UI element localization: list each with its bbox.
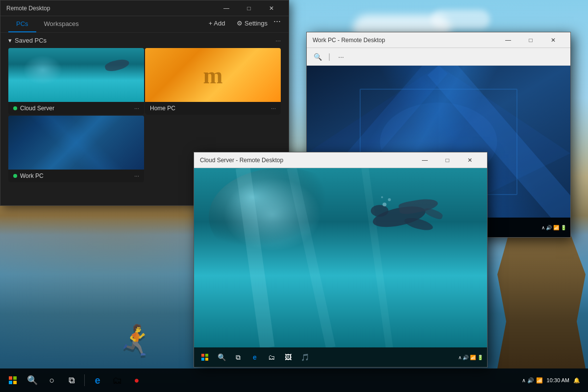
svg-point-13: [371, 205, 389, 217]
taskbar-clock: 10:30 AM: [547, 377, 569, 383]
cloud-taskbar-extra-icon[interactable]: 🎵: [298, 350, 312, 364]
main-tabs: PCs Workspaces + Add ⚙ Settings ···: [0, 16, 289, 33]
work-more-button[interactable]: ···: [334, 50, 348, 64]
work-maximize-button[interactable]: □: [519, 32, 542, 48]
cloud-taskbar-edge-icon[interactable]: e: [248, 350, 262, 364]
cloud-remote-desktop: [194, 168, 487, 347]
pc-label-cloud: Cloud Server ···: [8, 102, 144, 115]
host-rd-icon[interactable]: ●: [128, 371, 146, 389]
cloud-taskbar-windows-icon[interactable]: [198, 350, 212, 364]
settings-button[interactable]: ⚙ Settings: [231, 16, 273, 30]
cloud-taskbar-explorer-icon[interactable]: 🗂: [265, 350, 278, 364]
cloud-taskbar-search-icon[interactable]: 🔍: [215, 350, 228, 364]
work-pc-status-dot: [13, 174, 17, 178]
home-pc-more-button[interactable]: ···: [271, 105, 276, 112]
work-window-controls: — □ ✕: [497, 32, 564, 48]
cloud-close-button[interactable]: ✕: [459, 152, 481, 168]
swimmer-element: [389, 197, 448, 222]
pc-thumbnail-home: [145, 48, 281, 102]
host-tray-icons: ∧ 🔊 📶: [522, 377, 542, 384]
main-minimize-button[interactable]: —: [215, 0, 238, 16]
work-tray-icons: ∧ 🔊 📶 🔋: [541, 225, 566, 230]
svg-point-16: [381, 196, 383, 198]
tab-workspaces[interactable]: Workspaces: [36, 16, 87, 32]
sky-cloud-2: [431, 10, 490, 29]
host-taskbar: 🔍 ○ ⧉ e 🗂 ● ∧ 🔊 📶 10:30 AM 🔔: [0, 368, 588, 392]
pc-thumbnail-cloud: [8, 48, 144, 102]
home-pc-name: Home PC: [150, 105, 175, 112]
host-taskview-icon[interactable]: ⧉: [63, 371, 80, 389]
pc-card-home-pc[interactable]: Home PC ···: [145, 48, 281, 115]
cloud-server-name: Cloud Server: [20, 105, 54, 112]
cloud-taskbar-taskview-icon[interactable]: ⧉: [231, 350, 245, 364]
host-cortana-icon[interactable]: ○: [43, 371, 61, 389]
cloud-maximize-button[interactable]: □: [436, 152, 459, 168]
host-explorer-icon[interactable]: 🗂: [108, 371, 126, 389]
pc-label-work: Work PC ···: [8, 170, 144, 182]
cloud-tray-icons: ∧ 🔊 📶 🔋: [458, 355, 483, 360]
desktop: 🏃 Remote Desktop — □ ✕ PCs Workspaces + …: [0, 0, 588, 392]
cloud-server-more-button[interactable]: ···: [134, 105, 139, 112]
cloud-desktop-svg: [194, 168, 487, 347]
host-system-tray: ∧ 🔊 📶 10:30 AM 🔔: [522, 377, 584, 384]
host-search-icon[interactable]: 🔍: [24, 371, 41, 389]
work-zoom-button[interactable]: 🔍: [311, 50, 324, 64]
cloud-taskbar-photos-icon[interactable]: 🖼: [281, 350, 295, 364]
svg-point-14: [383, 202, 387, 206]
cloud-remote-taskbar: 🔍 ⧉ e 🗂 🖼 🎵 ∧ 🔊 📶 🔋: [194, 347, 487, 367]
main-maximize-button[interactable]: □: [238, 0, 260, 16]
main-window-title: Remote Desktop: [6, 5, 215, 12]
cloud-window-titlebar: Cloud Server - Remote Desktop — □ ✕: [194, 152, 487, 168]
work-window-toolbar: 🔍 | ···: [307, 48, 570, 66]
work-minimize-button[interactable]: —: [497, 32, 519, 48]
tab-pcs[interactable]: PCs: [8, 16, 36, 32]
host-edge-icon[interactable]: e: [89, 371, 106, 389]
saved-pcs-more-button[interactable]: ···: [275, 37, 281, 44]
work-close-button[interactable]: ✕: [542, 32, 564, 48]
cloud-taskbar-system-tray: ∧ 🔊 📶 🔋: [458, 355, 483, 360]
toolbar-more-button[interactable]: ···: [273, 16, 281, 32]
cloud-server-status-dot: [13, 106, 17, 110]
work-toolbar-separator: |: [328, 52, 330, 61]
cloud-rd-window: Cloud Server - Remote Desktop — □ ✕: [194, 152, 488, 368]
saved-pcs-chevron: ▾: [8, 37, 12, 44]
cloud-window-controls: — □ ✕: [414, 152, 481, 168]
main-window-controls: — □ ✕: [215, 0, 283, 16]
pc-label-home: Home PC ···: [145, 102, 281, 115]
host-notification-icon[interactable]: 🔔: [573, 377, 580, 384]
main-close-button[interactable]: ✕: [260, 0, 283, 16]
saved-pcs-section-header: ▾ Saved PCs ···: [0, 33, 289, 48]
cloud-window-title: Cloud Server - Remote Desktop: [200, 157, 414, 164]
work-pc-more-button[interactable]: ···: [134, 172, 139, 179]
pc-card-cloud-server[interactable]: Cloud Server ···: [8, 48, 144, 115]
work-pc-name: Work PC: [20, 172, 44, 179]
work-window-titlebar: Work PC - Remote Desktop — □ ✕: [307, 32, 570, 48]
taskbar-separator-1: [84, 374, 85, 386]
cloud-minimize-button[interactable]: —: [414, 152, 436, 168]
saved-pcs-label: Saved PCs: [15, 37, 47, 44]
work-taskbar-system-tray: ∧ 🔊 📶 🔋: [541, 225, 566, 230]
pc-thumbnail-work: [8, 116, 144, 170]
svg-point-7: [209, 168, 355, 266]
work-window-title: Work PC - Remote Desktop: [313, 37, 497, 44]
host-windows-button[interactable]: [4, 371, 22, 389]
pc-card-work-pc[interactable]: Work PC ···: [8, 116, 144, 182]
main-window-titlebar: Remote Desktop — □ ✕: [0, 0, 289, 16]
add-button[interactable]: + Add: [203, 16, 231, 30]
runner-silhouette: 🏃: [118, 323, 154, 358]
